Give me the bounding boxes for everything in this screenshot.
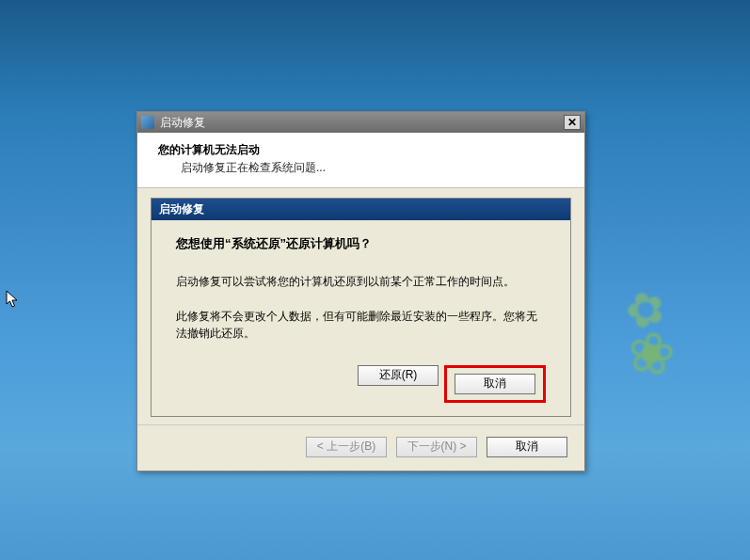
titlebar[interactable]: 启动修复 ✕ — [137, 112, 584, 133]
inner-titlebar[interactable]: 启动修复 — [152, 199, 570, 220]
back-button: < 上一步(B) — [306, 437, 387, 457]
header-subtitle: 启动修复正在检查系统问题... — [181, 160, 564, 176]
next-button: 下一步(N) > — [396, 437, 477, 457]
window-title: 启动修复 — [160, 115, 564, 131]
app-icon — [141, 116, 154, 129]
prompt-paragraph-1: 启动修复可以尝试将您的计算机还原到以前某个正常工作的时间点。 — [176, 273, 546, 291]
header-title: 您的计算机无法启动 — [158, 142, 564, 158]
cursor-icon — [6, 290, 21, 311]
prompt-question: 您想使用“系统还原”还原计算机吗？ — [176, 235, 546, 252]
close-icon: ✕ — [567, 117, 577, 128]
prompt-paragraph-2: 此修复将不会更改个人数据，但有可能删除最近安装的一些程序。您将无法撤销此还原。 — [176, 308, 546, 343]
close-button[interactable]: ✕ — [564, 115, 581, 130]
cancel-button[interactable]: 取消 — [455, 374, 535, 394]
startup-repair-dialog: 启动修复 ✕ 您的计算机无法启动 启动修复正在检查系统问题... 启动修复 您想… — [136, 111, 585, 472]
inner-title: 启动修复 — [159, 202, 204, 216]
restore-button[interactable]: 还原(R) — [358, 365, 439, 386]
highlight-annotation: 取消 — [444, 365, 546, 403]
dialog-header: 您的计算机无法启动 启动修复正在检查系统问题... — [137, 133, 584, 188]
wizard-button-row: < 上一步(B) 下一步(N) > 取消 — [137, 424, 584, 471]
inner-button-row: 还原(R) 取消 — [176, 360, 546, 403]
system-restore-prompt-dialog: 启动修复 您想使用“系统还原”还原计算机吗？ 启动修复可以尝试将您的计算机还原到… — [151, 198, 571, 417]
wizard-cancel-button[interactable]: 取消 — [487, 437, 567, 457]
